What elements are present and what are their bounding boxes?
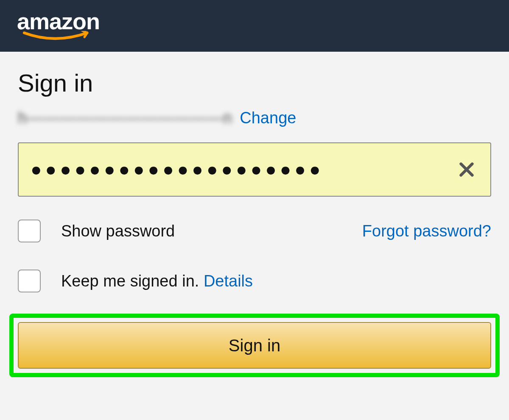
signin-form: Sign in h————————————n Change Show passw… xyxy=(0,52,509,377)
amazon-logo[interactable]: amazon xyxy=(17,10,100,42)
keep-signed-in-text: Keep me signed in. xyxy=(61,272,204,290)
page-title: Sign in xyxy=(18,69,491,97)
show-password-group: Show password xyxy=(18,220,175,242)
email-masked: h————————————n xyxy=(18,109,232,127)
details-link[interactable]: Details xyxy=(204,272,253,290)
amazon-swoosh-icon xyxy=(20,31,97,42)
password-field-wrapper xyxy=(18,142,491,197)
amazon-logo-text: amazon xyxy=(17,10,100,33)
keep-signed-in-row: Keep me signed in. Details xyxy=(18,270,491,292)
show-password-checkbox[interactable] xyxy=(18,220,41,242)
show-password-label: Show password xyxy=(61,222,175,240)
password-input[interactable] xyxy=(18,142,491,197)
signin-button[interactable]: Sign in xyxy=(18,322,491,369)
email-row: h————————————n Change xyxy=(18,109,491,127)
signin-button-highlight: Sign in xyxy=(9,314,500,377)
forgot-password-link[interactable]: Forgot password? xyxy=(362,222,491,240)
keep-signed-in-checkbox[interactable] xyxy=(18,270,41,292)
change-email-link[interactable]: Change xyxy=(240,109,296,127)
keep-signed-in-label: Keep me signed in. Details xyxy=(61,272,253,290)
header: amazon xyxy=(0,0,509,52)
show-password-row: Show password Forgot password? xyxy=(18,220,491,242)
clear-input-icon[interactable] xyxy=(458,161,475,178)
